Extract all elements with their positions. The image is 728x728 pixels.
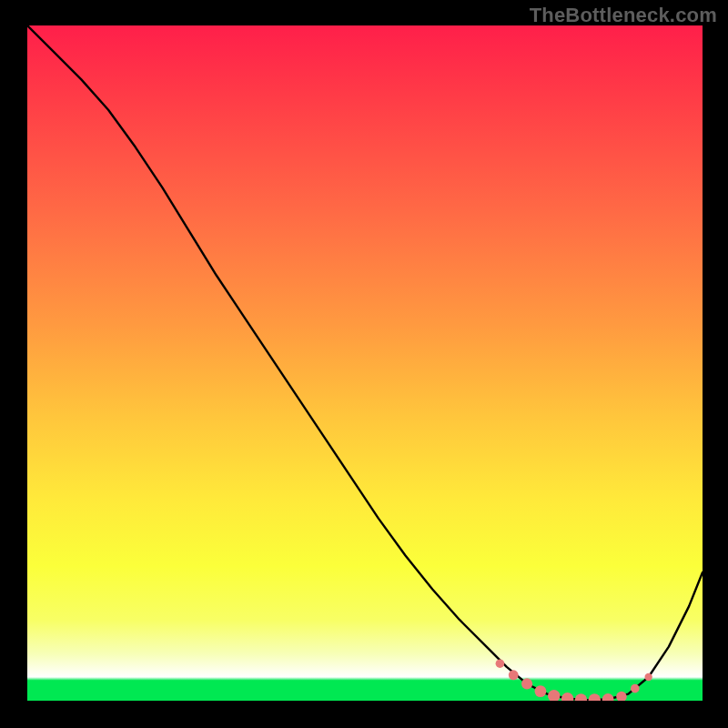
highlight-dot bbox=[521, 678, 532, 689]
highlight-dot bbox=[575, 693, 587, 701]
highlight-dot bbox=[616, 692, 627, 701]
highlight-dot bbox=[644, 673, 652, 681]
highlight-dot bbox=[496, 659, 505, 668]
chart-plot-area bbox=[27, 25, 703, 701]
watermark-text: TheBottleneck.com bbox=[530, 4, 717, 27]
highlight-dot bbox=[602, 693, 614, 701]
highlight-dot bbox=[561, 693, 573, 701]
highlight-dot bbox=[589, 693, 601, 701]
highlight-dot bbox=[631, 684, 640, 693]
bottleneck-curve bbox=[27, 25, 703, 700]
highlight-dot bbox=[535, 685, 547, 697]
highlight-dot bbox=[509, 670, 519, 680]
chart-overlay-svg bbox=[27, 25, 703, 701]
highlight-dot bbox=[548, 690, 560, 701]
